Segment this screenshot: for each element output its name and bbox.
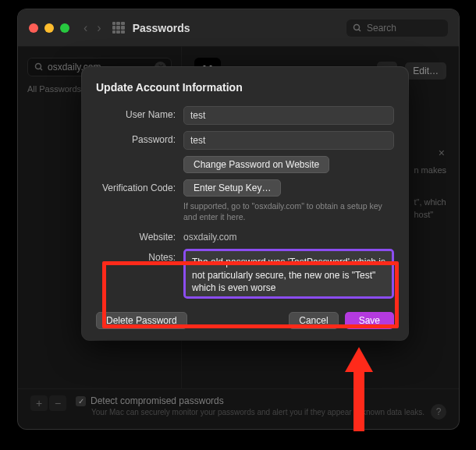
close-window-button[interactable] bbox=[29, 23, 38, 33]
setup-key-hint: If supported, go to "osxdaily.com" to ob… bbox=[183, 200, 394, 222]
verification-label: Verification Code: bbox=[96, 179, 183, 193]
passwords-window: ‹ › Passwords Search osxdaily.com ✕ All … bbox=[18, 9, 459, 429]
titlebar-title: Passwords bbox=[133, 22, 346, 34]
website-value: osxdaily.com bbox=[183, 229, 394, 243]
svg-point-0 bbox=[354, 24, 360, 30]
change-password-button[interactable]: Change Password on Website bbox=[183, 156, 329, 173]
nav-back-icon[interactable]: ‹ bbox=[83, 21, 87, 35]
notes-label: Notes: bbox=[96, 249, 183, 263]
password-label: Password: bbox=[96, 131, 183, 145]
username-label: User Name: bbox=[96, 106, 183, 120]
svg-line-1 bbox=[359, 29, 361, 31]
titlebar-search[interactable]: Search bbox=[346, 19, 448, 37]
save-button[interactable]: Save bbox=[345, 312, 394, 329]
enter-setup-key-button[interactable]: Enter Setup Key… bbox=[183, 179, 281, 197]
notes-row: Notes: bbox=[96, 249, 394, 301]
nav-arrows: ‹ › bbox=[83, 21, 101, 35]
minimize-window-button[interactable] bbox=[44, 23, 54, 33]
username-input[interactable] bbox=[183, 106, 394, 125]
apps-grid-icon[interactable] bbox=[112, 22, 125, 34]
sheet-footer: Delete Password Cancel Save bbox=[96, 312, 394, 329]
verification-row: Verification Code: Enter Setup Key… If s… bbox=[96, 179, 394, 222]
traffic-lights bbox=[29, 23, 69, 33]
website-label: Website: bbox=[96, 229, 183, 243]
nav-forward-icon[interactable]: › bbox=[97, 21, 101, 35]
sheet-title: Update Account Information bbox=[96, 81, 394, 94]
zoom-window-button[interactable] bbox=[60, 23, 69, 33]
password-row: Password: bbox=[96, 131, 394, 150]
titlebar-search-placeholder: Search bbox=[367, 23, 396, 34]
username-row: User Name: bbox=[96, 106, 394, 125]
change-password-row: Change Password on Website bbox=[96, 156, 394, 173]
cancel-button[interactable]: Cancel bbox=[289, 312, 338, 329]
website-row: Website: osxdaily.com bbox=[96, 229, 394, 243]
search-icon bbox=[353, 23, 362, 33]
password-input[interactable] bbox=[183, 131, 394, 150]
notes-textarea[interactable] bbox=[183, 249, 394, 299]
delete-password-button[interactable]: Delete Password bbox=[96, 312, 187, 329]
titlebar: ‹ › Passwords Search bbox=[18, 9, 459, 47]
update-account-sheet: Update Account Information User Name: Pa… bbox=[82, 67, 408, 340]
